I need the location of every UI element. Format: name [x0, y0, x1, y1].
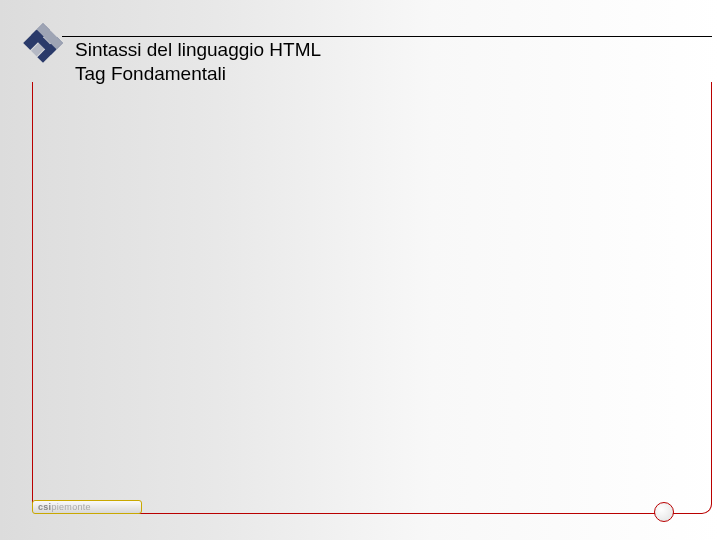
content-frame — [32, 82, 712, 514]
slide-title: Sintassi del linguaggio HTML Tag Fondame… — [75, 38, 700, 86]
brand-logo-icon — [20, 20, 66, 66]
footer-brand-light: piemonte — [51, 502, 90, 512]
footer-brand-badge: csipiemonte — [32, 500, 142, 514]
header-divider — [62, 36, 712, 37]
title-line-1: Sintassi del linguaggio HTML — [75, 38, 700, 62]
footer-brand-bold: csi — [38, 502, 51, 512]
page-indicator-icon — [654, 502, 674, 522]
